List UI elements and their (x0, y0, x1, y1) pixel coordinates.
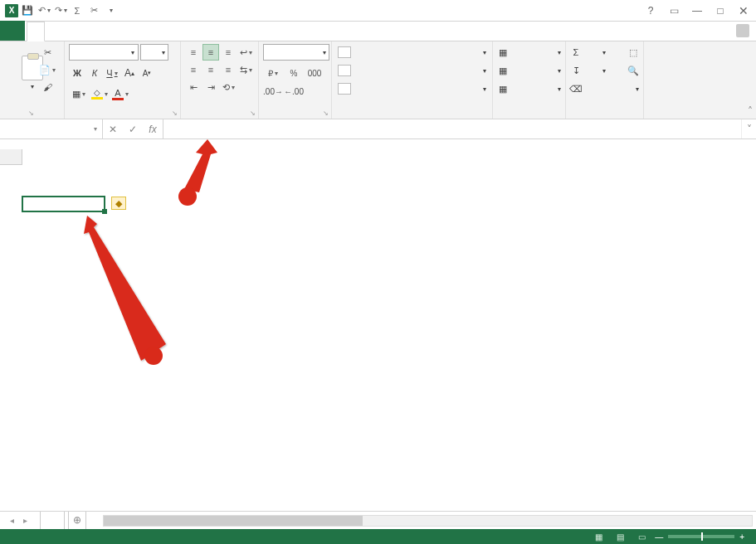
font-size-select[interactable]: ▾ (140, 44, 168, 61)
decrease-indent-button[interactable]: ⇤ (185, 79, 202, 95)
close-button[interactable]: ✕ (733, 2, 754, 19)
tab-home[interactable] (27, 22, 45, 41)
decrease-font-button[interactable]: A▾ (139, 65, 155, 81)
tab-formulas[interactable] (81, 21, 100, 41)
insert-function-button[interactable]: fx (143, 124, 163, 135)
group-label-editing (570, 115, 639, 118)
autosum-icon[interactable]: Σ (70, 3, 85, 18)
ribbon-tabs (0, 22, 756, 41)
group-editing: Σ▾⬚ ↧▾🔍 ⌫▾ (566, 41, 644, 119)
help-icon[interactable]: ? (640, 2, 661, 19)
conditional-formatting-button[interactable]: ▾ (336, 44, 488, 61)
find-icon[interactable]: 🔍 (627, 65, 639, 76)
sort-filter-icon[interactable]: ⬚ (627, 46, 639, 58)
group-label-cells (497, 115, 561, 118)
autosum-button[interactable]: Σ▾⬚ (570, 44, 639, 61)
underline-button[interactable]: Ч (104, 65, 120, 81)
collapse-ribbon-button[interactable]: ˄ (748, 105, 753, 117)
accounting-format-button[interactable]: ₽ (263, 65, 283, 81)
window-controls: ? ▭ — □ ✕ (640, 2, 754, 19)
tab-data[interactable] (100, 21, 118, 41)
cell-styles-icon (338, 83, 351, 95)
tab-file[interactable] (0, 21, 25, 41)
decrease-decimal-button[interactable]: ←.00 (284, 83, 304, 100)
insert-cells-button[interactable]: ▦▾ (497, 44, 561, 61)
group-cells: ▦▾ ▦▾ ▦▾ (493, 41, 566, 119)
sign-in-area[interactable] (731, 24, 749, 37)
format-as-table-button[interactable]: ▾ (336, 62, 488, 79)
tab-review[interactable] (118, 21, 136, 41)
copy-button[interactable]: 📄 (38, 62, 56, 77)
increase-indent-button[interactable]: ⇥ (202, 79, 219, 95)
font-color-button[interactable]: A (110, 85, 130, 102)
redo-icon[interactable]: ↷ (53, 3, 68, 18)
cut-icon[interactable]: ✂ (86, 3, 101, 18)
italic-button[interactable]: К (86, 65, 103, 81)
sheet-nav-buttons[interactable]: ◂▸ (0, 516, 37, 525)
cell-styles-button[interactable]: ▾ (336, 80, 488, 97)
align-right-button[interactable]: ≡ (220, 61, 237, 78)
wrap-text-button[interactable]: ↩ (237, 44, 254, 61)
merge-button[interactable]: ⇆ (237, 61, 254, 78)
group-label-alignment (185, 115, 254, 118)
quick-access-toolbar: X 💾 ↶ ↷ Σ ✂ (0, 3, 118, 18)
minimize-button[interactable]: — (686, 2, 708, 19)
sheet-tab[interactable] (40, 512, 65, 530)
normal-view-button[interactable]: ▦ (590, 531, 607, 542)
spreadsheet-grid: ◆ (0, 149, 756, 506)
format-painter-button[interactable]: 🖌 (38, 80, 56, 95)
align-top-button[interactable]: ≡ (185, 44, 202, 61)
excel-logo-icon: X (5, 4, 18, 17)
enter-formula-button[interactable]: ✓ (123, 124, 143, 135)
number-format-select[interactable]: ▾ (263, 44, 329, 61)
align-middle-button[interactable]: ≡ (202, 44, 219, 61)
zoom-in-button[interactable]: + (739, 532, 744, 542)
percent-format-button[interactable]: % (284, 65, 304, 81)
comma-format-button[interactable]: 000 (305, 65, 324, 81)
undo-icon[interactable]: ↶ (37, 3, 51, 18)
tab-page-layout[interactable] (63, 21, 81, 41)
borders-button[interactable]: ▦ (69, 85, 89, 102)
name-box[interactable]: ▾ (0, 119, 103, 138)
zoom-slider[interactable] (668, 535, 734, 538)
font-name-select[interactable]: ▾ (69, 44, 139, 61)
ribbon-display-icon[interactable]: ▭ (663, 2, 685, 19)
formula-input[interactable] (163, 119, 741, 138)
horizontal-scrollbar[interactable] (103, 515, 753, 527)
cond-format-icon (338, 46, 351, 58)
add-sheet-button[interactable]: ⊕ (68, 512, 86, 530)
format-cells-button[interactable]: ▦▾ (497, 80, 561, 97)
group-label-font (69, 115, 176, 118)
active-cell-outline (22, 196, 105, 212)
increase-decimal-button[interactable]: .00→ (263, 83, 283, 100)
qat-more-icon[interactable] (103, 3, 118, 18)
page-layout-view-button[interactable]: ▤ (612, 531, 628, 542)
expand-formula-bar-button[interactable]: ˅ (741, 119, 756, 138)
tab-view[interactable] (136, 21, 154, 41)
fill-button[interactable]: ↧▾🔍 (570, 62, 639, 79)
delete-cells-button[interactable]: ▦▾ (497, 62, 561, 79)
group-clipboard: ▾ ✂ 📄 🖌 (0, 41, 65, 119)
fill-color-button[interactable]: ◇ (90, 85, 110, 102)
tab-insert[interactable] (45, 21, 63, 41)
page-break-view-button[interactable]: ▭ (633, 531, 650, 542)
cut-button[interactable]: ✂ (38, 45, 56, 60)
align-center-button[interactable]: ≡ (202, 61, 219, 78)
fill-handle[interactable] (102, 209, 107, 214)
annotation-bubble-2 (178, 187, 197, 206)
format-icon: ▦ (497, 83, 509, 95)
clear-button[interactable]: ⌫▾ (570, 80, 639, 97)
formula-bar: ▾ ✕ ✓ fx ˅ (0, 119, 756, 139)
align-bottom-button[interactable]: ≡ (220, 44, 237, 61)
bold-button[interactable]: Ж (69, 65, 85, 81)
align-left-button[interactable]: ≡ (185, 61, 202, 78)
maximize-button[interactable]: □ (710, 2, 731, 19)
zoom-out-button[interactable]: — (655, 532, 663, 542)
select-all-button[interactable] (0, 149, 22, 165)
error-indicator-icon[interactable]: ◆ (111, 197, 126, 210)
save-icon[interactable]: 💾 (20, 3, 35, 18)
orientation-button[interactable]: ⟲ (220, 79, 237, 95)
cancel-formula-button[interactable]: ✕ (103, 124, 123, 135)
increase-font-button[interactable]: A▴ (121, 65, 138, 81)
status-bar: ▦ ▤ ▭ — + (0, 529, 756, 544)
